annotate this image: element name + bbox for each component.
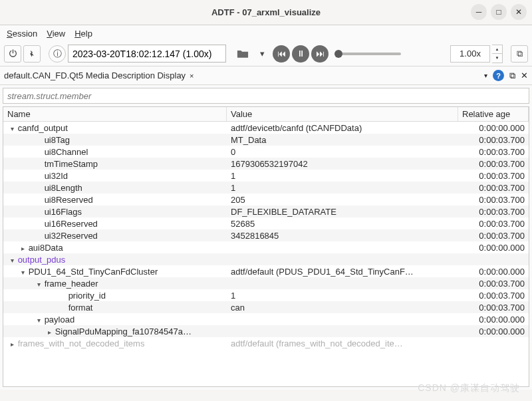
menubar: Session View Help [0, 25, 532, 41]
minimize-button[interactable]: ─ [471, 4, 487, 20]
tab-close-icon[interactable]: × [190, 72, 194, 80]
row-value: 1 [227, 291, 458, 301]
table-row[interactable]: ▸ frames_with_not_decoded_itemsadtf/defa… [3, 337, 529, 349]
table-row[interactable]: formatcan0:00:03.700 [3, 301, 529, 313]
row-age: 0:00:03.700 [458, 291, 529, 301]
row-name: ui32Id [45, 171, 68, 181]
tabbar: default.CAN_FD.Qt5 Media Description Dis… [0, 67, 532, 85]
table-row[interactable]: tmTimeStamp16793065321970420:00:03.700 [3, 158, 529, 170]
row-age: 0:00:03.700 [458, 279, 529, 289]
row-age: 0:00:03.700 [458, 303, 529, 313]
row-age: 0:00:03.700 [458, 207, 529, 217]
table-row[interactable]: priority_id10:00:03.700 [3, 289, 529, 301]
table-row[interactable]: ▾ output_pdus [3, 253, 529, 265]
row-value: DF_FLEXIBLE_DATARATE [227, 207, 458, 217]
disclosure-icon[interactable]: ▸ [19, 245, 26, 252]
timestamp-field[interactable] [68, 45, 226, 63]
table-row[interactable]: ui8Length10:00:03.700 [3, 182, 529, 194]
row-name: ui8Reserved [45, 195, 93, 205]
row-name: ui8Tag [45, 135, 70, 145]
row-value: 205 [227, 195, 458, 205]
row-age: 0:00:00.000 [458, 243, 529, 253]
row-name: ui16Flags [45, 207, 82, 217]
tab-menu-icon[interactable]: ▾ [484, 72, 487, 79]
row-name: tmTimeStamp [45, 159, 98, 169]
row-name: priority_id [68, 291, 106, 301]
row-age: 0:00:03.700 [458, 219, 529, 229]
speed-value[interactable]: 1.00x [450, 45, 490, 63]
row-name: format [68, 303, 93, 313]
table-row[interactable]: ▾ canfd_outputadtf/devicetb/canfd (tCANF… [3, 122, 529, 134]
row-value: adtf/default (frames_with_not_decoded_it… [227, 338, 458, 348]
row-age: 0:00:03.700 [458, 135, 529, 145]
spin-up-icon[interactable]: ▲ [492, 45, 502, 54]
disclosure-icon[interactable]: ▸ [46, 329, 53, 336]
table-row[interactable]: ui8Channel00:00:03.700 [3, 146, 529, 158]
disclosure-icon[interactable]: ▾ [35, 281, 42, 288]
row-age: 0:00:03.700 [458, 147, 529, 157]
info-icon[interactable]: ⓘ [49, 45, 66, 63]
tree-table: Name Value Relative age ▾ canfd_outputad… [3, 106, 529, 387]
disclosure-icon[interactable]: ▸ [9, 340, 15, 348]
forward-button[interactable]: ⏭ [311, 45, 329, 63]
table-row[interactable]: ui16Reserved526850:00:03.700 [3, 217, 529, 229]
tab-title: default.CAN_FD.Qt5 Media Description Dis… [4, 70, 186, 80]
table-row[interactable]: ui8TagMT_Data0:00:03.700 [3, 134, 529, 146]
rewind-button[interactable]: ⏮ [273, 45, 290, 63]
toolbar: ⓘ ▾ ⏮ ⏸ ⏭ 1.00x ▲▼ ⧉ [0, 41, 532, 67]
row-value: can [227, 303, 458, 313]
table-row[interactable]: ▾ payload0:00:00.000 [3, 313, 529, 325]
spin-down-icon[interactable]: ▼ [492, 54, 502, 63]
row-name: frame_header [45, 279, 98, 289]
maximize-button[interactable]: □ [491, 4, 507, 20]
power-button[interactable] [4, 45, 21, 63]
row-value: 1 [227, 171, 458, 181]
close-button[interactable]: ✕ [511, 4, 527, 20]
titlebar: ADTF - 07_arxml_visualize ─ □ ✕ [0, 0, 532, 25]
row-age: 0:00:03.700 [458, 231, 529, 241]
menu-help[interactable]: Help [74, 29, 92, 39]
col-name[interactable]: Name [3, 107, 227, 121]
table-row[interactable]: ▾ PDU1_64_Std_TinyCanFdClusteradtf/defau… [3, 265, 529, 277]
row-value: 0 [227, 147, 458, 157]
row-name: SignalPduMapping_fa10784547a… [55, 327, 192, 336]
col-value[interactable]: Value [227, 107, 458, 121]
table-row[interactable]: ui16FlagsDF_FLEXIBLE_DATARATE0:00:03.700 [3, 205, 529, 217]
filter-input[interactable] [3, 88, 529, 104]
col-age[interactable]: Relative age [458, 107, 529, 121]
menu-session[interactable]: Session [7, 29, 37, 39]
row-name: frames_with_not_decoded_items [18, 338, 145, 348]
table-row[interactable]: ui32Reserved34528168450:00:03.700 [3, 229, 529, 241]
table-row[interactable]: ▾ frame_header0:00:03.700 [3, 277, 529, 289]
disclosure-icon[interactable]: ▾ [19, 269, 26, 276]
row-name: ui16Reserved [45, 219, 98, 229]
speed-slider[interactable] [334, 53, 401, 55]
popout-button[interactable]: ⧉ [511, 45, 528, 63]
row-age: 0:00:00.000 [458, 123, 529, 133]
menu-view[interactable]: View [47, 29, 65, 39]
stop-button[interactable]: ▾ [253, 45, 271, 63]
tab-media-display[interactable]: default.CAN_FD.Qt5 Media Description Dis… [4, 70, 194, 80]
table-row[interactable]: ▸ SignalPduMapping_fa10784547a…0:00:00.0… [3, 325, 529, 337]
row-name: ui32Reserved [45, 231, 98, 241]
speed-spinner[interactable]: ▲▼ [492, 45, 503, 63]
row-age: 0:00:03.700 [458, 183, 529, 193]
window-title: ADTF - 07_arxml_visualize [211, 7, 321, 17]
pause-button[interactable]: ⏸ [292, 45, 309, 63]
row-name: aui8Data [29, 243, 63, 253]
disclosure-icon[interactable]: ▾ [9, 125, 15, 132]
run-button[interactable] [23, 45, 41, 63]
open-folder-button[interactable] [234, 45, 251, 63]
row-name: ui8Length [45, 183, 82, 193]
row-name: payload [45, 315, 75, 325]
help-icon[interactable]: ? [493, 70, 504, 81]
table-row[interactable]: ui32Id10:00:03.700 [3, 170, 529, 182]
row-value: 1679306532197042 [227, 159, 458, 169]
tab-float-icon[interactable]: ⧉ [509, 70, 515, 81]
table-row[interactable]: ▸ aui8Data0:00:00.000 [3, 241, 529, 253]
disclosure-icon[interactable]: ▾ [9, 257, 15, 264]
tab-close-panel-icon[interactable]: ✕ [521, 70, 528, 80]
disclosure-icon[interactable]: ▾ [35, 317, 42, 324]
row-value: MT_Data [227, 135, 458, 145]
table-row[interactable]: ui8Reserved2050:00:03.700 [3, 194, 529, 205]
